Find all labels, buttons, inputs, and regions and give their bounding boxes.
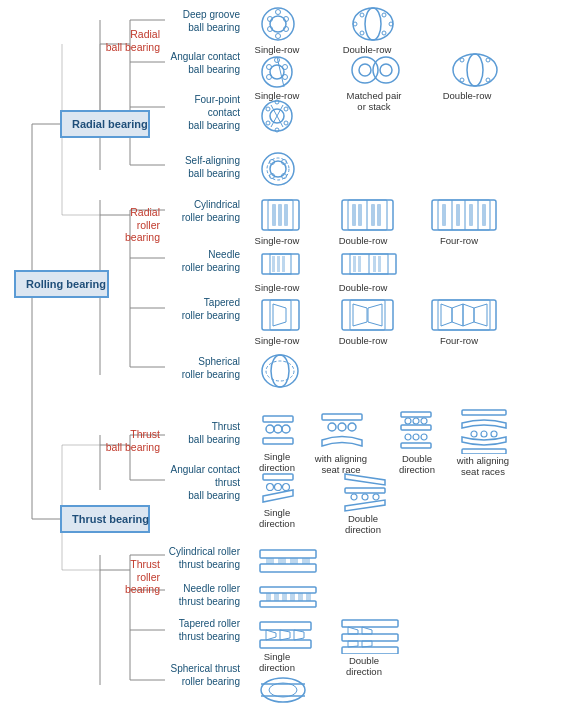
svg-rect-110: [469, 204, 473, 226]
svg-point-66: [373, 57, 399, 83]
svg-rect-94: [278, 204, 282, 226]
svg-rect-112: [262, 254, 299, 274]
needle-thrust-icon: [258, 585, 318, 609]
svg-rect-120: [353, 256, 356, 272]
svg-rect-103: [432, 200, 496, 230]
svg-rect-163: [263, 474, 293, 480]
svg-rect-178: [260, 601, 316, 607]
cyl-roller-single-label: Single-row: [250, 235, 304, 246]
svg-point-64: [352, 57, 378, 83]
svg-rect-101: [371, 204, 375, 226]
tapered-thrust-double-label: Doubledirection: [335, 655, 393, 678]
deep-groove-label: Deep grooveball bearing: [160, 8, 240, 34]
svg-marker-136: [474, 304, 487, 326]
svg-marker-196: [362, 641, 372, 647]
thrust-bearing-box: Thrust bearing: [60, 505, 150, 533]
svg-point-42: [276, 10, 281, 15]
needle-thrust-label: Needle rollerthrust bearing: [160, 582, 240, 608]
thrust-ball-double-icon: [396, 408, 436, 452]
svg-point-169: [362, 494, 368, 500]
spherical-thrust-label: Spherical thrustroller bearing: [160, 662, 240, 688]
svg-rect-150: [401, 425, 431, 430]
svg-rect-159: [462, 449, 506, 454]
svg-marker-135: [463, 304, 474, 326]
deep-groove-single-icon: [258, 5, 298, 43]
svg-rect-95: [284, 204, 288, 226]
self-aligning-label: Self-aligningball bearing: [160, 154, 240, 180]
svg-point-137: [262, 355, 298, 387]
radial-ball-label: Radialball bearing: [100, 28, 160, 53]
svg-rect-183: [298, 593, 303, 601]
svg-point-198: [269, 683, 297, 697]
svg-line-58: [277, 57, 284, 87]
svg-rect-116: [282, 256, 285, 272]
needle-double-icon: [340, 248, 398, 280]
svg-rect-115: [277, 256, 280, 272]
svg-rect-186: [260, 640, 311, 648]
thrust-ball-aligning2-icon: [458, 406, 510, 454]
svg-point-157: [421, 434, 427, 440]
needle-single-icon: [258, 248, 303, 280]
svg-marker-188: [280, 630, 290, 640]
svg-point-63: [267, 65, 272, 70]
svg-point-146: [328, 423, 336, 431]
svg-rect-140: [263, 416, 293, 422]
tapered-single-icon: [258, 296, 303, 334]
svg-rect-175: [290, 558, 298, 564]
cyl-roller-double-label: Double-row: [336, 235, 390, 246]
svg-point-69: [467, 54, 483, 86]
needle-single-label: Single-row: [250, 282, 304, 293]
svg-rect-171: [260, 550, 316, 558]
ang-thrust-single-icon: [258, 468, 298, 506]
spherical-roller-icon: [258, 352, 303, 390]
ang-thrust-double-icon: [340, 468, 390, 512]
ang-contact-double-icon: [448, 50, 503, 90]
svg-point-62: [267, 75, 272, 80]
cyl-roller-single-icon: [258, 196, 303, 234]
spherical-roller-label: Sphericalroller bearing: [160, 355, 240, 381]
svg-point-49: [365, 8, 381, 40]
svg-point-71: [460, 78, 464, 82]
svg-rect-109: [456, 204, 460, 226]
svg-point-73: [486, 78, 490, 82]
svg-rect-93: [272, 204, 276, 226]
svg-rect-167: [345, 488, 385, 493]
tapered-single-label: Single-row: [250, 335, 304, 346]
svg-rect-108: [442, 204, 446, 226]
angular-contact-label: Angular contactball bearing: [160, 50, 240, 76]
svg-rect-177: [260, 587, 316, 593]
thrust-ball-single-icon: [258, 410, 298, 450]
svg-rect-149: [401, 412, 431, 417]
svg-rect-191: [342, 634, 398, 641]
cyl-thrust-label: Cylindrical rollerthrust bearing: [160, 545, 240, 571]
svg-rect-158: [462, 410, 506, 415]
svg-point-80: [284, 121, 288, 125]
svg-point-65: [359, 64, 371, 76]
svg-rect-172: [260, 564, 316, 572]
thrust-roller-label: Thrustroller bearing: [100, 558, 160, 596]
svg-point-139: [266, 361, 294, 381]
thrust-ball-aligning-icon: [318, 408, 366, 452]
svg-point-148: [348, 423, 356, 431]
svg-point-48: [353, 8, 393, 40]
svg-rect-99: [352, 204, 356, 226]
svg-rect-181: [282, 593, 287, 601]
svg-point-83: [266, 107, 270, 111]
deep-groove-single-label: Single-row: [250, 44, 304, 55]
tapered-double-label: Double-row: [336, 335, 390, 346]
tapered-four-label: Four-row: [432, 335, 486, 346]
svg-point-70: [460, 58, 464, 62]
svg-rect-141: [263, 438, 293, 444]
svg-rect-180: [274, 593, 279, 601]
radial-bearing-box: Radial bearing: [60, 110, 150, 138]
svg-rect-102: [377, 204, 381, 226]
svg-point-56: [262, 57, 292, 87]
svg-marker-133: [441, 304, 452, 326]
cyl-roller-label: Cylindricalroller bearing: [160, 198, 240, 224]
svg-rect-173: [266, 558, 274, 564]
svg-point-60: [283, 65, 288, 70]
ang-contact-matched-label: Matched pairor stack: [340, 90, 408, 113]
svg-marker-194: [362, 627, 372, 634]
self-aligning-icon: [258, 150, 298, 188]
ang-contact-matched-icon: [348, 50, 403, 90]
